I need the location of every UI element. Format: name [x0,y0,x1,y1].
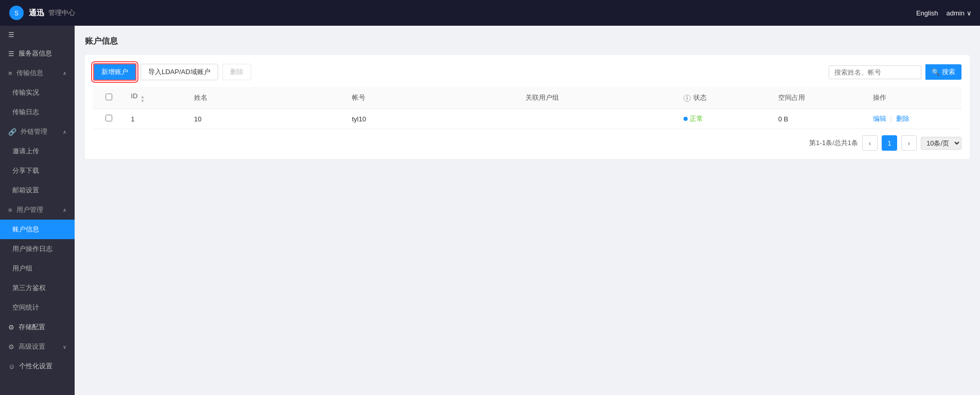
row-actions: 编辑 | 删除 [867,109,961,129]
sidebar-item-label: 账户信息 [12,225,39,234]
next-page-button[interactable]: › [901,135,917,151]
status-label: 正常 [690,114,703,123]
user-arrow-icon: ∨ [967,9,972,17]
table-wrap: ID ▲▼ 姓名 帐号 关联用户组 [93,87,961,129]
logo-icon: S [8,5,25,21]
toolbar-right: 🔍 搜索 [829,64,961,80]
pagination: 第1-1条/总共1条 ‹ 1 › 10条/页 [93,135,961,151]
chevron-up-icon: ∧ [63,207,66,213]
sidebar-sub-user-mgmt: 账户信息 用户操作日志 用户组 第三方鉴权 空间统计 [0,220,75,317]
user-mgmt-icon: ≡ [8,206,12,214]
storage-icon: ⚙ [8,324,14,331]
add-account-button[interactable]: 新增账户 [93,63,136,81]
link-icon: 🔗 [8,128,16,136]
search-icon: 🔍 [932,68,940,76]
col-id-label: ID [131,92,137,100]
col-name-header: 姓名 [188,87,346,109]
row-delete-link[interactable]: 删除 [896,115,909,122]
search-button[interactable]: 🔍 搜索 [925,64,961,80]
layout: ☰ ☰ 服务器信息 ≡ 传输信息 ∧ 传输实况 传输日志 🔗 [0,26,980,395]
import-ldap-button[interactable]: 导入LDAP/AD域账户 [141,64,218,80]
sidebar-item-server-info[interactable]: ☰ 服务器信息 [0,44,75,63]
main-content: 账户信息 新增账户 导入LDAP/AD域账户 删除 🔍 搜索 [75,26,980,395]
table-header-row: ID ▲▼ 姓名 帐号 关联用户组 [93,87,961,109]
col-action-label: 操作 [873,94,886,101]
sidebar-item-label: 空间统计 [12,303,39,312]
sidebar-item-user-log[interactable]: 用户操作日志 [0,239,75,259]
topbar-logo: S 通迅 管理中心 [8,5,75,21]
row-checkbox-cell [93,109,125,129]
edit-link[interactable]: 编辑 [873,115,886,122]
personal-icon: ☺ [8,363,15,370]
sidebar-group-advanced[interactable]: ⚙ 高级设置 ∨ [0,337,75,356]
col-space-header: 空间占用 [772,87,867,109]
sidebar-item-transfer-live[interactable]: 传输实况 [0,83,75,102]
sidebar-item-label: 第三方鉴权 [12,283,46,293]
sidebar-item-account-info[interactable]: 账户信息 [0,220,75,239]
toolbar-left: 新增账户 导入LDAP/AD域账户 删除 [93,63,251,81]
chevron-down-icon: ∨ [63,344,66,350]
row-status: 正常 [677,109,772,129]
col-id-header: ID ▲▼ [125,87,188,109]
sidebar-item-personal-settings[interactable]: ☺ 个性化设置 [0,356,75,376]
action-divider: | [890,115,892,122]
server-icon: ☰ [8,50,14,58]
sidebar-group-label: 高级设置 [19,342,45,351]
topbar: S 通迅 管理中心 English admin ∨ [0,0,980,26]
topbar-subtitle: 管理中心 [48,8,75,17]
sidebar-group-external[interactable]: 🔗 外链管理 ∧ [0,122,75,141]
row-account: tyl10 [346,109,519,129]
chevron-up-icon: ∧ [63,129,66,135]
toolbar: 新增账户 导入LDAP/AD域账户 删除 🔍 搜索 [93,63,961,81]
sidebar-item-label: 邮箱设置 [12,186,39,195]
sidebar-item-share-download[interactable]: 分享下载 [0,161,75,181]
delete-button[interactable]: 删除 [222,64,251,80]
sidebar-item-label: 邀请上传 [12,147,39,156]
row-space: 0 B [772,109,867,129]
search-label: 搜索 [942,67,955,77]
chevron-up-icon: ∧ [63,70,66,76]
sidebar-item-user-group[interactable]: 用户组 [0,259,75,278]
sidebar-item-label: 分享下载 [12,166,39,175]
sidebar-item-label: 用户操作日志 [12,244,52,254]
svg-text:S: S [14,10,19,17]
page-title: 账户信息 [85,36,970,47]
accounts-table: ID ▲▼ 姓名 帐号 关联用户组 [93,87,961,129]
table-row: 1 10 tyl10 正常 0 B [93,109,961,129]
topbar-right: English admin ∨ [916,9,972,17]
advanced-icon: ⚙ [8,343,14,351]
col-space-label: 空间占用 [778,94,805,101]
user-menu[interactable]: admin ∨ [947,9,972,17]
sidebar-item-label: 个性化设置 [19,362,52,371]
info-icon: ℹ [684,95,691,102]
sidebar-group-transfer[interactable]: ≡ 传输信息 ∧ [0,63,75,83]
page-size-select[interactable]: 10条/页 [921,137,961,150]
sidebar-item-transfer-log[interactable]: 传输日志 [0,102,75,122]
sidebar-menu-toggle[interactable]: ☰ [0,26,75,44]
col-group-header: 关联用户组 [519,87,677,109]
sidebar-item-storage-config[interactable]: ⚙ 存储配置 [0,317,75,337]
sort-icon: ▲▼ [141,95,145,103]
row-id: 1 [125,109,188,129]
sidebar-item-label: 传输日志 [12,107,39,117]
sidebar: ☰ ☰ 服务器信息 ≡ 传输信息 ∧ 传输实况 传输日志 🔗 [0,26,75,395]
sidebar-sub-transfer: 传输实况 传输日志 [0,83,75,122]
sidebar-item-space-stat[interactable]: 空间统计 [0,298,75,317]
col-checkbox [93,87,125,109]
prev-page-button[interactable]: ‹ [862,135,878,151]
sidebar-item-third-auth[interactable]: 第三方鉴权 [0,278,75,298]
col-account-label: 帐号 [352,94,365,101]
select-all-checkbox[interactable] [106,94,112,100]
sidebar-item-invite-upload[interactable]: 邀请上传 [0,141,75,161]
sidebar-item-email-settings[interactable]: 邮箱设置 [0,181,75,200]
page-1-button[interactable]: 1 [882,135,897,151]
sidebar-group-label: 传输信息 [16,68,43,78]
sidebar-group-user-mgmt[interactable]: ≡ 用户管理 ∧ [0,200,75,220]
transfer-icon: ≡ [8,69,12,77]
lang-switch[interactable]: English [916,9,938,17]
row-checkbox[interactable] [106,115,112,121]
search-input[interactable] [829,65,921,79]
sidebar-sub-external: 邀请上传 分享下载 邮箱设置 [0,141,75,200]
content-card: 新增账户 导入LDAP/AD域账户 删除 🔍 搜索 [85,55,970,159]
col-account-header: 帐号 [346,87,519,109]
